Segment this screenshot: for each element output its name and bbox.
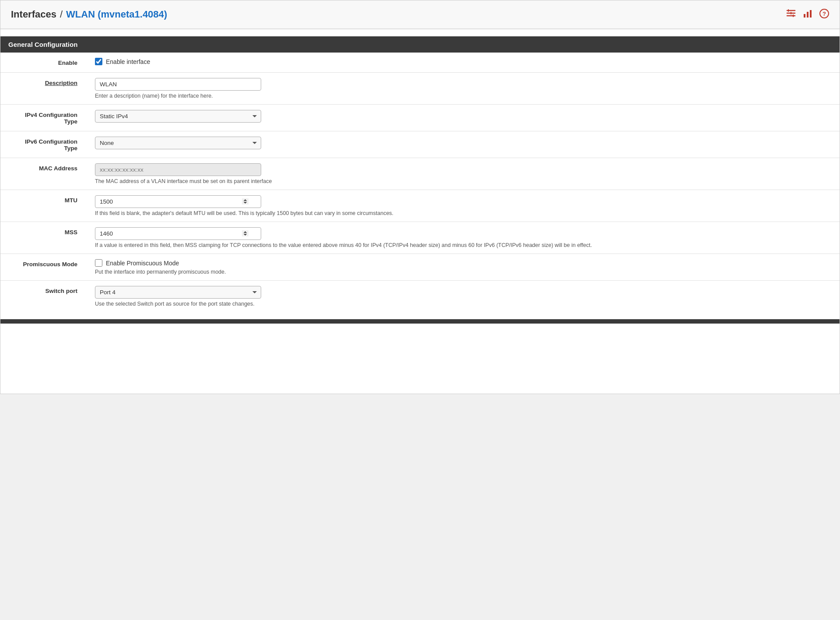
mss-value-cell: If a value is entered in this field, the… (88, 222, 840, 254)
mtu-help: If this field is blank, the adapter's de… (95, 210, 833, 216)
mtu-row: MTU If this field is blank, the adapter'… (0, 190, 840, 222)
mtu-label: MTU (0, 190, 88, 222)
promiscuous-checkbox-label[interactable]: Enable Promiscuous Mode (106, 260, 179, 267)
enable-row: Enable Enable interface (0, 53, 840, 73)
description-row: Description Enter a description (name) f… (0, 73, 840, 105)
description-label: Description (0, 73, 88, 105)
mac-address-label: MAC Address (0, 158, 88, 190)
description-value-cell: Enter a description (name) for the inter… (88, 73, 840, 105)
filter-icon[interactable] (786, 8, 796, 21)
ipv4-type-label: IPv4 ConfigurationType (0, 105, 88, 131)
header-icons: ? (786, 8, 829, 21)
description-help: Enter a description (name) for the inter… (95, 93, 833, 99)
mss-row: MSS If a value is entered in this field,… (0, 222, 840, 254)
breadcrumb-main: Interfaces (11, 9, 56, 20)
ipv6-type-row: IPv6 ConfigurationType None Static IPv6 … (0, 131, 840, 158)
mss-help: If a value is entered in this field, the… (95, 242, 833, 248)
enable-label: Enable (0, 53, 88, 73)
promiscuous-label: Promiscuous Mode (0, 254, 88, 281)
switch-port-value-cell: Port 1 Port 2 Port 3 Port 4 Port 5 Use t… (88, 281, 840, 313)
enable-checkbox-row: Enable interface (95, 58, 833, 65)
mtu-input[interactable] (95, 195, 261, 208)
switch-port-help: Use the selected Switch port as source f… (95, 301, 833, 307)
mac-address-help: The MAC address of a VLAN interface must… (95, 178, 833, 184)
promiscuous-help: Put the interface into permanently promi… (95, 269, 833, 275)
ipv4-type-select[interactable]: Static IPv4 DHCP None (95, 110, 261, 123)
chart-icon[interactable] (803, 9, 812, 21)
section-header: General Configuration (0, 36, 840, 53)
mac-address-value-cell: The MAC address of a VLAN interface must… (88, 158, 840, 190)
mss-input[interactable] (95, 227, 261, 240)
enable-checkbox-label[interactable]: Enable interface (106, 58, 150, 65)
enable-checkbox[interactable] (95, 58, 102, 65)
enable-value-cell: Enable interface (88, 53, 840, 73)
svg-text:?: ? (822, 11, 826, 17)
ipv6-type-label: IPv6 ConfigurationType (0, 131, 88, 158)
bottom-bar (0, 319, 840, 324)
help-icon[interactable]: ? (819, 9, 829, 21)
page-header: Interfaces / WLAN (mvneta1.4084) (0, 0, 840, 29)
ipv4-type-value-cell: Static IPv4 DHCP None (88, 105, 840, 131)
promiscuous-row: Promiscuous Mode Enable Promiscuous Mode… (0, 254, 840, 281)
svg-rect-8 (810, 10, 812, 18)
page-wrapper: Interfaces / WLAN (mvneta1.4084) (0, 0, 840, 394)
description-input[interactable] (95, 78, 261, 91)
svg-rect-6 (804, 14, 805, 18)
section-title: General Configuration (8, 41, 77, 48)
breadcrumb-separator: / (60, 9, 63, 20)
breadcrumb-sub: WLAN (mvneta1.4084) (66, 9, 167, 20)
promiscuous-checkbox-row: Enable Promiscuous Mode (95, 259, 833, 267)
ipv4-type-row: IPv4 ConfigurationType Static IPv4 DHCP … (0, 105, 840, 131)
svg-rect-7 (807, 12, 808, 18)
promiscuous-checkbox[interactable] (95, 259, 102, 267)
mac-address-row: MAC Address The MAC address of a VLAN in… (0, 158, 840, 190)
ipv6-type-select[interactable]: None Static IPv6 DHCPv6 SLAAC (95, 137, 261, 149)
config-table: Enable Enable interface Description Ente… (0, 53, 840, 312)
breadcrumb: Interfaces / WLAN (mvneta1.4084) (11, 9, 167, 20)
mss-label: MSS (0, 222, 88, 254)
promiscuous-value-cell: Enable Promiscuous Mode Put the interfac… (88, 254, 840, 281)
ipv6-type-value-cell: None Static IPv6 DHCPv6 SLAAC (88, 131, 840, 158)
mtu-value-cell: If this field is blank, the adapter's de… (88, 190, 840, 222)
switch-port-select[interactable]: Port 1 Port 2 Port 3 Port 4 Port 5 (95, 286, 261, 299)
switch-port-row: Switch port Port 1 Port 2 Port 3 Port 4 … (0, 281, 840, 313)
switch-port-label: Switch port (0, 281, 88, 313)
mac-address-input[interactable] (95, 163, 261, 176)
